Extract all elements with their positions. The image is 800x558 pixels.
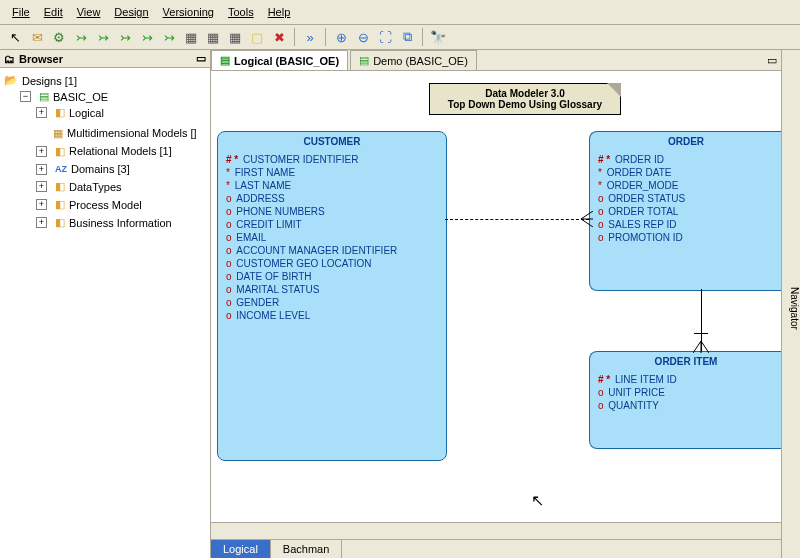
tree-project[interactable]: − ▤ BASIC_OE (20, 90, 108, 103)
arrow-green2-icon[interactable]: ↣ (94, 28, 112, 46)
diagram-icon: ▤ (359, 54, 369, 67)
tree-item-relational[interactable]: +◧Relational Models [1] (36, 145, 172, 158)
tree-toggle-icon[interactable]: + (36, 146, 47, 157)
tree-item-datatypes[interactable]: +◧DataTypes (36, 180, 122, 193)
navigator-panel[interactable]: Navigator (781, 50, 800, 558)
entity-body: # * CUSTOMER IDENTIFIER* FIRST NAME* LAS… (218, 151, 446, 330)
pointer-tool-icon[interactable]: ↖ (6, 28, 24, 46)
tree-toggle-icon[interactable]: + (36, 164, 47, 175)
entity-attribute: o ORDER STATUS (598, 192, 774, 205)
az-icon: AZ (55, 164, 67, 174)
menu-tools[interactable]: Tools (222, 4, 260, 20)
tree-toggle-icon[interactable]: + (36, 181, 47, 192)
folder-icon: 📂 (4, 74, 18, 87)
entity-body: # * ORDER ID* ORDER DATE* ORDER_MODEo OR… (590, 151, 781, 252)
menu-bar: File Edit View Design Versioning Tools H… (0, 0, 800, 25)
tree-item-domains[interactable]: +AZDomains [3] (36, 163, 130, 175)
mouse-cursor-icon: ↖ (531, 491, 544, 510)
entity-attribute: o CUSTOMER GEO LOCATION (226, 257, 438, 270)
arrow-green-icon[interactable]: ↣ (72, 28, 90, 46)
entity-attribute: * LAST NAME (226, 179, 438, 192)
entity-attribute: o MARITAL STATUS (226, 283, 438, 296)
bottom-tab-logical[interactable]: Logical (211, 540, 271, 558)
diagram-icon: ▤ (220, 54, 230, 67)
arrow-green4-icon[interactable]: ↣ (138, 28, 156, 46)
browser-tree[interactable]: 📂 Designs [1] − ▤ BASIC_OE (0, 68, 210, 558)
cube-icon: ◧ (55, 198, 65, 211)
table-icon[interactable]: ▦ (182, 28, 200, 46)
entity-title: CUSTOMER (218, 132, 446, 151)
svg-line-2 (581, 219, 593, 227)
tree-item-business[interactable]: +◧Business Information (36, 216, 172, 229)
entity-order-item[interactable]: ORDER ITEM # * LINE ITEM IDo UNIT PRICEo… (589, 351, 781, 449)
browser-header: 🗂Browser ▭ (0, 50, 210, 68)
project-icon: ▤ (39, 90, 49, 103)
restore-window-icon[interactable]: ▭ (763, 54, 781, 67)
entity-attribute: # * ORDER ID (598, 153, 774, 166)
menu-versioning[interactable]: Versioning (157, 4, 220, 20)
menu-file[interactable]: File (6, 4, 36, 20)
zoom-in-icon[interactable]: ⊕ (332, 28, 350, 46)
tree-toggle-icon[interactable]: − (20, 91, 31, 102)
tree-toggle-icon[interactable]: + (36, 217, 47, 228)
arrow-green5-icon[interactable]: ↣ (160, 28, 178, 46)
bottom-tabbar: Logical Bachman (211, 539, 781, 558)
entity-body: # * LINE ITEM IDo UNIT PRICEo QUANTITY (590, 371, 781, 420)
entity-attribute: o SALES REP ID (598, 218, 774, 231)
svg-line-0 (581, 211, 593, 219)
browser-title: Browser (19, 53, 63, 65)
table2-icon[interactable]: ▦ (204, 28, 222, 46)
table3-icon[interactable]: ▦ (226, 28, 244, 46)
relation-customer-order[interactable] (445, 219, 589, 220)
entity-title: ORDER ITEM (590, 352, 781, 371)
tree-toggle-icon[interactable]: + (36, 107, 47, 118)
note-line1: Data Modeler 3.0 (436, 88, 614, 99)
entity-attribute: * FIRST NAME (226, 166, 438, 179)
crowfoot-icon (693, 341, 709, 355)
minimize-panel-icon[interactable]: ▭ (196, 52, 206, 65)
delete-icon[interactable]: ✖ (270, 28, 288, 46)
entity-attribute: o CREDIT LIMIT (226, 218, 438, 231)
browser-icon: 🗂 (4, 53, 15, 65)
entity-attribute: o INCOME LEVEL (226, 309, 438, 322)
diagram-canvas[interactable]: Data Modeler 3.0 Top Down Demo Using Glo… (211, 71, 781, 522)
fit-icon[interactable]: ⛶ (376, 28, 394, 46)
expand-icon[interactable]: » (301, 28, 319, 46)
entity-attribute: # * LINE ITEM ID (598, 373, 774, 386)
entity-customer[interactable]: CUSTOMER # * CUSTOMER IDENTIFIER* FIRST … (217, 131, 447, 461)
navigator-label: Navigator (789, 287, 800, 330)
menu-view[interactable]: View (71, 4, 107, 20)
cube-icon: ◧ (55, 216, 65, 229)
menu-help[interactable]: Help (262, 4, 297, 20)
crowfoot-icon (581, 211, 593, 227)
note-icon[interactable]: ▢ (248, 28, 266, 46)
tree-item-mdm[interactable]: ▦Multidimensional Models [] (36, 127, 197, 140)
tab-demo[interactable]: ▤ Demo (BASIC_OE) (350, 50, 477, 70)
entity-attribute: o ACCOUNT MANAGER IDENTIFIER (226, 244, 438, 257)
diagram-tabbar: ▤ Logical (BASIC_OE) ▤ Demo (BASIC_OE) ▭ (211, 50, 781, 71)
main-area: ▤ Logical (BASIC_OE) ▤ Demo (BASIC_OE) ▭… (211, 50, 781, 558)
menu-design[interactable]: Design (108, 4, 154, 20)
mail-icon[interactable]: ✉ (28, 28, 46, 46)
zoom-out-icon[interactable]: ⊖ (354, 28, 372, 46)
tree-item-process[interactable]: +◧Process Model (36, 198, 142, 211)
menu-edit[interactable]: Edit (38, 4, 69, 20)
arrow-green3-icon[interactable]: ↣ (116, 28, 134, 46)
bottom-tab-bachman[interactable]: Bachman (271, 540, 342, 558)
horizontal-scrollbar[interactable] (211, 522, 781, 539)
entity-attribute: * ORDER DATE (598, 166, 774, 179)
cube-icon: ◧ (55, 106, 65, 119)
tree-toggle-icon[interactable]: + (36, 199, 47, 210)
entity-order[interactable]: ORDER # * ORDER ID* ORDER DATE* ORDER_MO… (589, 131, 781, 291)
binoculars-icon[interactable]: 🔭 (429, 28, 447, 46)
tab-logical[interactable]: ▤ Logical (BASIC_OE) (211, 50, 348, 70)
copy-icon[interactable]: ⧉ (398, 28, 416, 46)
tree-root[interactable]: 📂 Designs [1] (4, 74, 77, 87)
entity-attribute: # * CUSTOMER IDENTIFIER (226, 153, 438, 166)
tree-item-logical[interactable]: +◧Logical (36, 106, 104, 119)
grid-icon: ▦ (53, 127, 63, 140)
diagram-title-note[interactable]: Data Modeler 3.0 Top Down Demo Using Glo… (429, 83, 621, 115)
settings-icon[interactable]: ⚙ (50, 28, 68, 46)
entity-attribute: o GENDER (226, 296, 438, 309)
entity-attribute: o PROMOTION ID (598, 231, 774, 244)
